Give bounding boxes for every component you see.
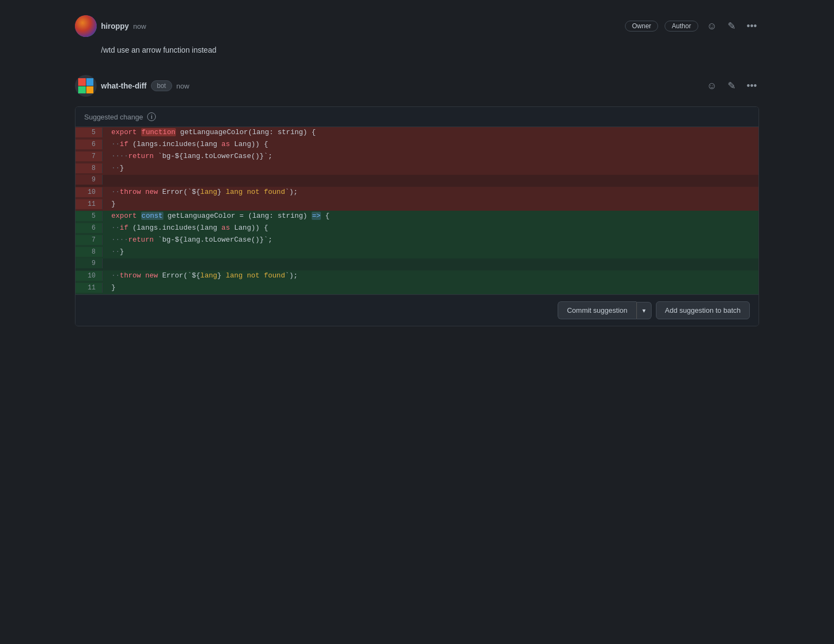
diff-added-line-8: 8 ··}	[75, 247, 759, 258]
diff-added-line-11: 11 }	[75, 282, 759, 294]
author-badge: Author	[665, 21, 698, 31]
info-icon: i	[147, 112, 156, 121]
edit-button-hiroppy[interactable]: ✎	[725, 18, 738, 34]
comment-body-hiroppy: /wtd use an arrow function instead	[75, 43, 759, 61]
diff-removed-line-7: 7 ····return `bg-${lang.toLowerCase()}`;	[75, 151, 759, 163]
diff-removed-line-5: 5 export function getLanguageColor(lang:…	[75, 127, 759, 139]
bot-header-left: what-the-diff bot now	[75, 75, 189, 97]
comment-header-left: hiroppy now	[75, 15, 146, 37]
diff-added-line-6: 6 ··if (langs.includes(lang as Lang)) {	[75, 223, 759, 235]
bot-timestamp: now	[176, 82, 189, 90]
diff-removed-line-8: 8 ··}	[75, 163, 759, 175]
diff-added-line-9: 9	[75, 258, 759, 270]
suggested-change-header: Suggested change i	[75, 107, 759, 127]
commit-suggestion-button[interactable]: Commit suggestion	[558, 301, 636, 319]
suggested-change-card: Suggested change i 5 export function get…	[75, 106, 759, 326]
diff-added: 5 export const getLanguageColor = (lang:…	[75, 211, 759, 294]
owner-badge: Owner	[625, 21, 658, 31]
emoji-button-hiroppy[interactable]: ☺	[705, 18, 719, 34]
edit-button-bot[interactable]: ✎	[725, 78, 738, 94]
diff-added-line-7: 7 ····return `bg-${lang.toLowerCase()}`;	[75, 235, 759, 247]
diff-removed-line-9: 9	[75, 175, 759, 187]
bot-actions: ☺ ✎ •••	[705, 78, 759, 94]
timestamp-hiroppy: now	[133, 22, 146, 30]
bot-header: what-the-diff bot now ☺ ✎ •••	[75, 70, 759, 102]
diff-removed-line-6: 6 ··if (langs.includes(lang as Lang)) {	[75, 139, 759, 151]
more-button-hiroppy[interactable]: •••	[744, 18, 759, 34]
avatar-hiroppy	[75, 15, 97, 37]
emoji-button-bot[interactable]: ☺	[705, 78, 719, 94]
more-button-bot[interactable]: •••	[744, 78, 759, 94]
comment-actions-hiroppy: Owner Author ☺ ✎ •••	[625, 18, 759, 34]
suggested-change-label: Suggested change	[84, 113, 143, 121]
diff-removed: 5 export function getLanguageColor(lang:…	[75, 127, 759, 211]
commit-suggestion-group: Commit suggestion ▾	[558, 301, 651, 319]
diff-removed-line-11: 11 }	[75, 199, 759, 211]
card-footer: Commit suggestion ▾ Add suggestion to ba…	[75, 294, 759, 326]
add-to-batch-button[interactable]: Add suggestion to batch	[656, 301, 750, 319]
bot-badge: bot	[151, 80, 172, 91]
diff-added-line-10: 10 ··throw new Error(`${lang} lang not f…	[75, 270, 759, 282]
bot-username: what-the-diff	[101, 81, 147, 90]
main-container: hiroppy now Owner Author ☺ ✎ ••• /wtd us…	[75, 11, 759, 326]
avatar-bot	[75, 75, 97, 97]
username-hiroppy: hiroppy	[101, 22, 129, 30]
commit-suggestion-dropdown[interactable]: ▾	[636, 302, 652, 319]
diff-removed-line-10: 10 ··throw new Error(`${lang} lang not f…	[75, 187, 759, 199]
comment-bot: what-the-diff bot now ☺ ✎ ••• Suggested …	[75, 70, 759, 326]
comment-header-hiroppy: hiroppy now Owner Author ☺ ✎ •••	[75, 11, 759, 41]
diff-added-line-5: 5 export const getLanguageColor = (lang:…	[75, 211, 759, 223]
comment-hiroppy: hiroppy now Owner Author ☺ ✎ ••• /wtd us…	[75, 11, 759, 61]
